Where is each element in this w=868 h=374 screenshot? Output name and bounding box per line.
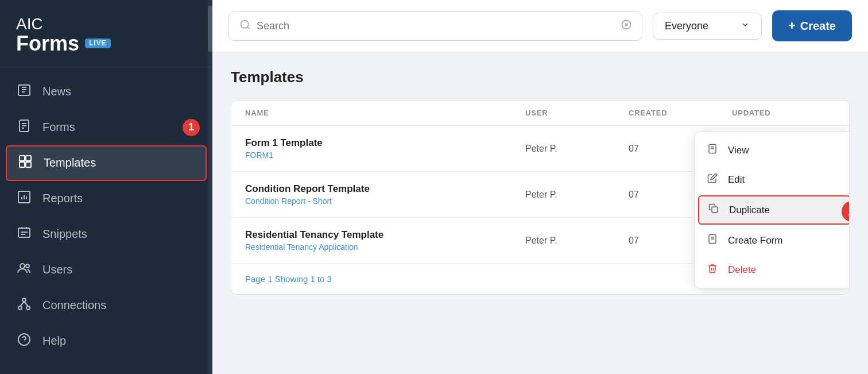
table-row: Form 1 Template FORM1 Peter P. 07 • bbox=[231, 126, 849, 172]
page-title: Templates bbox=[231, 68, 850, 86]
col-header-name: NAME bbox=[245, 109, 525, 117]
template-sub: FORM1 bbox=[245, 151, 525, 160]
chevron-icon bbox=[741, 20, 750, 32]
reports-icon bbox=[16, 190, 32, 207]
sidebar-item-label-users: Users bbox=[42, 263, 72, 276]
create-label: Create bbox=[800, 20, 836, 33]
col-header-created: CREATED bbox=[629, 109, 732, 117]
logo-aic: AIC bbox=[16, 16, 196, 32]
svg-rect-9 bbox=[26, 156, 31, 161]
sidebar-item-label-help: Help bbox=[42, 334, 66, 348]
svg-rect-38 bbox=[712, 207, 718, 213]
template-sub: Condition Report - Short bbox=[245, 196, 525, 206]
sidebar-item-label-news: News bbox=[42, 85, 71, 98]
view-icon bbox=[707, 144, 720, 157]
annotation-badge-2: 2 bbox=[842, 201, 850, 222]
svg-line-26 bbox=[20, 302, 24, 306]
create-button[interactable]: + Create bbox=[772, 10, 852, 41]
context-menu: View Edit bbox=[694, 132, 850, 288]
svg-line-27 bbox=[24, 302, 28, 306]
sidebar-item-forms[interactable]: Forms 1 bbox=[0, 110, 212, 145]
delete-icon bbox=[707, 263, 720, 276]
template-name: Residential Tenancy Template bbox=[245, 229, 525, 241]
template-name: Form 1 Template bbox=[245, 137, 525, 149]
forms-icon bbox=[16, 119, 32, 136]
search-clear-icon[interactable] bbox=[621, 20, 631, 33]
sidebar: AIC Forms LIVE News Forms 1 bbox=[0, 0, 212, 374]
sidebar-item-label-snippets: Snippets bbox=[42, 228, 87, 241]
search-input[interactable] bbox=[257, 20, 615, 32]
context-create-form-label: Create Form bbox=[728, 235, 782, 246]
sidebar-nav: News Forms 1 Templates bbox=[0, 67, 212, 374]
scrollbar-thumb bbox=[208, 6, 212, 52]
templates-table: NAME USER CREATED UPDATED Form 1 Templat… bbox=[231, 100, 850, 295]
templates-icon bbox=[17, 155, 33, 172]
row-name-cell: Form 1 Template FORM1 bbox=[245, 137, 525, 160]
sidebar-item-label-connections: Connections bbox=[42, 299, 106, 312]
context-duplicate-label: Duplicate bbox=[729, 205, 770, 216]
svg-rect-10 bbox=[20, 162, 25, 167]
sidebar-item-help[interactable]: Help bbox=[0, 323, 212, 359]
news-icon bbox=[16, 83, 32, 101]
sidebar-item-users[interactable]: Users bbox=[0, 252, 212, 288]
logo-forms: Forms LIVE bbox=[16, 32, 196, 55]
row-name-cell: Residential Tenancy Template Residential… bbox=[245, 229, 525, 252]
edit-icon bbox=[707, 173, 720, 186]
table-header-row: NAME USER CREATED UPDATED bbox=[231, 101, 849, 126]
logo-live-badge: LIVE bbox=[85, 38, 111, 48]
row-user: Peter P. bbox=[525, 236, 629, 246]
main-area: Everyone + Create Templates NAME USER CR… bbox=[212, 0, 868, 374]
sidebar-item-templates[interactable]: Templates bbox=[6, 145, 207, 181]
context-edit-label: Edit bbox=[728, 174, 745, 186]
duplicate-icon bbox=[708, 203, 721, 217]
snippets-icon bbox=[16, 226, 32, 243]
row-user: Peter P. bbox=[525, 144, 629, 154]
context-menu-item-create-form[interactable]: Create Form bbox=[695, 226, 850, 255]
context-view-label: View bbox=[728, 145, 749, 156]
search-icon bbox=[239, 19, 251, 33]
create-form-icon bbox=[707, 234, 720, 247]
svg-line-31 bbox=[247, 26, 250, 29]
svg-rect-8 bbox=[20, 156, 25, 161]
svg-point-24 bbox=[18, 306, 22, 310]
sidebar-item-label-forms: Forms bbox=[42, 121, 75, 134]
svg-point-21 bbox=[20, 264, 25, 268]
sidebar-item-label-templates: Templates bbox=[44, 156, 96, 169]
col-header-updated: UPDATED bbox=[732, 109, 835, 117]
forms-badge: 1 bbox=[183, 119, 200, 136]
context-menu-item-view[interactable]: View bbox=[695, 136, 850, 165]
help-icon bbox=[16, 333, 32, 350]
svg-point-30 bbox=[241, 20, 249, 28]
content-area: Templates NAME USER CREATED UPDATED Form… bbox=[212, 52, 868, 374]
row-name-cell: Condition Report Template Condition Repo… bbox=[245, 183, 525, 206]
context-menu-item-edit[interactable]: Edit bbox=[695, 165, 850, 194]
svg-point-25 bbox=[26, 306, 30, 310]
template-sub: Residential Tenancy Application bbox=[245, 242, 525, 252]
col-header-user: USER bbox=[525, 109, 629, 117]
context-delete-label: Delete bbox=[728, 264, 756, 276]
svg-rect-11 bbox=[26, 162, 31, 167]
scrollbar[interactable] bbox=[208, 0, 212, 374]
context-menu-item-duplicate[interactable]: Duplicate 2 bbox=[698, 195, 850, 225]
row-user: Peter P. bbox=[525, 190, 629, 200]
svg-point-22 bbox=[26, 264, 29, 268]
sidebar-item-connections[interactable]: Connections bbox=[0, 288, 212, 323]
search-box bbox=[228, 11, 642, 41]
sidebar-item-news[interactable]: News bbox=[0, 74, 212, 110]
connections-icon bbox=[16, 297, 32, 314]
sidebar-item-reports[interactable]: Reports bbox=[0, 181, 212, 217]
everyone-dropdown[interactable]: Everyone bbox=[653, 13, 762, 40]
everyone-label: Everyone bbox=[665, 20, 708, 32]
pagination-info: Page 1 Showing 1 to 3 bbox=[245, 274, 332, 284]
sidebar-item-snippets[interactable]: Snippets bbox=[0, 217, 212, 252]
topbar: Everyone + Create bbox=[212, 0, 868, 52]
logo: AIC Forms LIVE bbox=[0, 0, 212, 67]
plus-icon: + bbox=[788, 18, 796, 33]
users-icon bbox=[16, 261, 32, 279]
svg-point-23 bbox=[22, 298, 26, 302]
template-name: Condition Report Template bbox=[245, 183, 525, 195]
context-menu-item-delete[interactable]: Delete bbox=[695, 255, 850, 284]
sidebar-item-label-reports: Reports bbox=[42, 192, 83, 205]
